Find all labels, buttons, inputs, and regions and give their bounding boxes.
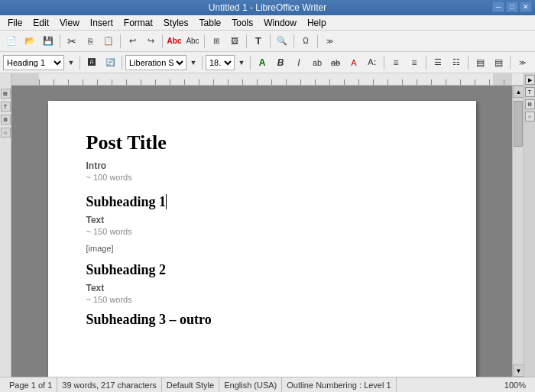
sep11: [202, 56, 203, 70]
font-dropdown-btn[interactable]: ▼: [188, 54, 199, 71]
standard-toolbar: 📄 📂 💾 ✂ ⎘ 📋 ↩ ↪ Abc Abc ⊞ 🖼 T 🔍 Ω ≫: [0, 31, 535, 52]
font-size-select[interactable]: 18.2: [206, 55, 235, 70]
font-color-button[interactable]: 🔄: [102, 54, 118, 71]
menu-help[interactable]: Help: [303, 16, 331, 30]
vertical-scrollbar: ▲ ▼: [512, 86, 524, 377]
panel-icon-4[interactable]: ○: [525, 112, 535, 121]
style-dropdown-btn[interactable]: ▼: [66, 54, 76, 71]
font-effects-button[interactable]: 🅰: [83, 54, 100, 71]
sep14: [426, 56, 426, 70]
menu-insert[interactable]: Insert: [86, 16, 118, 30]
app-window: Untitled 1 - LibreOffice Writer ─ □ ✕ Fi…: [0, 0, 535, 392]
more-button[interactable]: ≫: [321, 33, 338, 50]
left-icon-3[interactable]: ⚙: [1, 115, 11, 125]
scroll-up-button[interactable]: ▲: [513, 86, 524, 98]
statusbar-page: Page 1 of 1: [5, 377, 57, 392]
undo-button[interactable]: ↩: [124, 33, 141, 50]
titlebar: Untitled 1 - LibreOffice Writer ─ □ ✕: [0, 0, 535, 15]
open-button[interactable]: 📂: [21, 33, 38, 50]
shadow-button[interactable]: ab: [309, 54, 326, 71]
menu-table[interactable]: Table: [195, 16, 226, 30]
doc-title[interactable]: Post Title: [86, 131, 438, 154]
content-area: ⊞ T ⚙ ○ Post Title Intro ~ 100 words: [0, 73, 535, 377]
doc-intro-label: Intro: [86, 160, 438, 171]
bullets-button[interactable]: ☰: [430, 54, 446, 71]
statusbar: Page 1 of 1 39 words, 217 characters Def…: [0, 377, 535, 392]
panel-icon-2[interactable]: T: [525, 87, 535, 97]
font-select[interactable]: Liberation S: [125, 55, 186, 70]
scroll-down-button[interactable]: ▼: [513, 364, 524, 377]
size-dropdown-btn[interactable]: ▼: [236, 54, 247, 71]
strikethrough-button[interactable]: ab: [327, 54, 344, 71]
spellcheck-button[interactable]: Abc: [166, 33, 183, 50]
left-icon-4[interactable]: ○: [1, 128, 11, 138]
italic-button[interactable]: I: [290, 54, 307, 71]
document-area[interactable]: Post Title Intro ~ 100 words Subheading …: [11, 86, 512, 377]
panel-icon-1[interactable]: ▶: [525, 75, 535, 85]
sep6: [270, 34, 271, 48]
new-button[interactable]: 📄: [3, 33, 20, 50]
table-button[interactable]: ⊞: [208, 33, 225, 50]
align-left-button[interactable]: ≡: [387, 54, 404, 71]
char-highlight-button[interactable]: Aː: [364, 54, 381, 71]
menu-view[interactable]: View: [55, 16, 84, 30]
align-justify-button[interactable]: ▤: [472, 54, 488, 71]
bold-button[interactable]: B: [272, 54, 289, 71]
sep12: [250, 56, 251, 70]
left-icon-1[interactable]: ⊞: [1, 89, 11, 99]
doc-image-placeholder: [image]: [86, 244, 438, 253]
special-chars-button[interactable]: Ω: [297, 33, 314, 50]
sep9: [79, 56, 80, 70]
left-panel: ⊞ T ⚙ ○: [0, 73, 11, 377]
save-button[interactable]: 💾: [40, 33, 57, 50]
doc-subheading3[interactable]: Subheading 3 – outro: [86, 312, 438, 328]
menu-styles[interactable]: Styles: [159, 16, 193, 30]
doc-intro-words: ~ 100 words: [86, 173, 438, 182]
menu-format[interactable]: Format: [119, 16, 157, 30]
sep7: [293, 34, 294, 48]
cut-button[interactable]: ✂: [63, 33, 80, 50]
align-right-button[interactable]: ▤: [490, 54, 507, 71]
paste-button[interactable]: 📋: [100, 33, 117, 50]
sep4: [204, 34, 205, 48]
more-format-button[interactable]: ≫: [514, 54, 530, 71]
sep15: [468, 56, 469, 70]
style-select[interactable]: Heading 1: [3, 55, 64, 70]
image-button[interactable]: 🖼: [226, 33, 243, 50]
menu-file[interactable]: File: [3, 16, 27, 30]
scroll-thumb[interactable]: [514, 101, 523, 147]
doc-subheading2[interactable]: Subheading 2: [86, 262, 438, 278]
doc-text2-words: ~ 150 words: [86, 295, 438, 304]
titlebar-controls: ─ □ ✕: [492, 2, 532, 12]
left-icon-2[interactable]: T: [1, 102, 11, 112]
scroll-track[interactable]: [513, 98, 524, 364]
doc-subheading1[interactable]: Subheading 1: [86, 194, 438, 210]
sep3: [162, 34, 163, 48]
sep8: [317, 34, 318, 48]
statusbar-style: Default Style: [162, 377, 219, 392]
close-button[interactable]: ✕: [520, 2, 532, 12]
autocorrect-button[interactable]: Abc: [184, 33, 201, 50]
menu-tools[interactable]: Tools: [227, 16, 258, 30]
panel-icon-3[interactable]: ⚙: [525, 99, 535, 109]
find-button[interactable]: 🔍: [274, 33, 290, 50]
text-cursor: [166, 194, 167, 209]
redo-button[interactable]: ↪: [142, 33, 159, 50]
minimize-button[interactable]: ─: [492, 2, 504, 12]
ruler: [11, 73, 524, 86]
align-center-button[interactable]: ≡: [406, 54, 423, 71]
menu-window[interactable]: Window: [259, 16, 301, 30]
sep13: [384, 56, 384, 70]
document-section: Post Title Intro ~ 100 words Subheading …: [11, 73, 524, 377]
copy-button[interactable]: ⎘: [82, 33, 99, 50]
statusbar-outline: Outline Numbering : Level 1: [282, 377, 396, 392]
numbering-button[interactable]: ☷: [448, 54, 465, 71]
font-color-a-button[interactable]: A: [254, 54, 271, 71]
menu-edit[interactable]: Edit: [28, 16, 54, 30]
statusbar-zoom: 100%: [500, 377, 530, 392]
textbox-button[interactable]: T: [250, 33, 267, 50]
statusbar-words: 39 words, 217 characters: [57, 377, 162, 392]
font-highlight-button[interactable]: A: [345, 54, 362, 71]
maximize-button[interactable]: □: [506, 2, 518, 12]
sep5: [246, 34, 247, 48]
